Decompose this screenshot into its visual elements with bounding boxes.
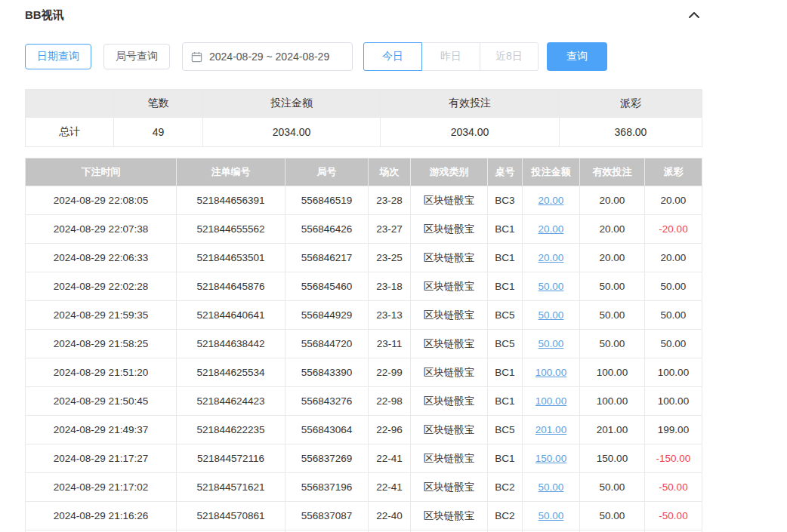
cell-game-type: 区块链骰宝	[411, 215, 488, 244]
cell-bet-amount: 20.00	[523, 215, 580, 244]
chevron-up-icon	[688, 11, 700, 20]
cell-valid-bet: 50.00	[580, 272, 645, 301]
summary-total-row: 总计 49 2034.00 2034.00 368.00	[26, 118, 702, 147]
cell-session: 22-96	[369, 416, 411, 444]
cell-payout: 50.00	[645, 301, 702, 330]
cell-session: 22-41	[369, 444, 411, 473]
cell-bet-amount: 50.00	[523, 301, 580, 330]
cell-payout: -20.00	[645, 215, 702, 244]
table-row: 2024-08-29 21:51:20521844625534556843390…	[26, 358, 702, 387]
cell-order-id: 521844656391	[177, 186, 285, 215]
bet-amount-link[interactable]: 20.00	[539, 195, 564, 206]
cell-bet-amount: 100.00	[523, 358, 580, 387]
cell-valid-bet: 50.00	[580, 502, 645, 530]
bet-amount-link[interactable]: 100.00	[535, 395, 566, 407]
calendar-icon	[191, 51, 202, 63]
bet-amount-link[interactable]: 20.00	[539, 223, 564, 235]
cell-order-id: 521844655562	[177, 215, 285, 244]
bb-video-panel: BB视讯 日期查询 局号查询 2024-08-29 ~ 2024-08-29 今…	[0, 0, 727, 532]
date-range-picker[interactable]: 2024-08-29 ~ 2024-08-29	[182, 42, 353, 71]
bet-table-header-row: 下注时间 注单编号 局号 场次 游戏类别 桌号 投注金额 有效投注 派彩	[26, 158, 702, 186]
cell-valid-bet: 20.00	[580, 244, 645, 272]
search-button[interactable]: 查询	[547, 42, 607, 71]
summary-total-payout: 368.00	[560, 118, 702, 147]
cell-table-no: BC3	[488, 186, 523, 215]
bet-amount-link[interactable]: 201.00	[535, 424, 566, 435]
cell-session: 23-28	[369, 186, 411, 215]
cell-valid-bet: 100.00	[580, 358, 645, 387]
bet-amount-link[interactable]: 50.00	[539, 510, 564, 521]
cell-session: 23-11	[369, 330, 411, 358]
bet-amount-link[interactable]: 100.00	[535, 367, 566, 378]
cell-bet-amount: 50.00	[523, 502, 580, 530]
cell-bet-amount: 50.00	[523, 330, 580, 358]
table-row: 2024-08-29 22:07:38521844655562556846426…	[26, 215, 702, 244]
cell-payout: 20.00	[645, 186, 702, 215]
cell-payout: 100.00	[645, 387, 702, 416]
cell-game-type: 区块链骰宝	[411, 330, 488, 358]
cell-payout: 100.00	[645, 358, 702, 387]
cell-game-type: 区块链骰宝	[411, 358, 488, 387]
panel-header: BB视讯	[25, 6, 702, 24]
cell-bet-time: 2024-08-29 22:08:05	[26, 186, 177, 215]
cell-valid-bet: 50.00	[580, 330, 645, 358]
cell-session: 22-99	[369, 358, 411, 387]
bet-amount-link[interactable]: 20.00	[539, 252, 564, 263]
cell-bet-amount: 20.00	[523, 244, 580, 272]
cell-payout: -50.00	[645, 473, 702, 502]
page-title: BB视讯	[25, 8, 64, 23]
cell-valid-bet: 50.00	[580, 473, 645, 502]
summary-total-count: 49	[114, 118, 203, 147]
cell-order-id: 521844624423	[177, 387, 285, 416]
cell-bet-time: 2024-08-29 21:16:26	[26, 502, 177, 530]
summary-header-valid-bet: 有效投注	[381, 90, 560, 118]
table-row: 2024-08-29 21:16:26521844570861556837087…	[26, 502, 702, 530]
cell-payout: -50.00	[645, 502, 702, 530]
table-row: 2024-08-29 21:49:37521844622235556843064…	[26, 416, 702, 444]
tab-round-query[interactable]: 局号查询	[103, 44, 170, 69]
table-row: 2024-08-29 21:58:25521844638442556844720…	[26, 330, 702, 358]
cell-valid-bet: 20.00	[580, 186, 645, 215]
collapse-panel-button[interactable]	[687, 9, 702, 21]
cell-round-id: 556845460	[285, 272, 369, 301]
summary-table: 笔数 投注金额 有效投注 派彩 总计 49 2034.00 2034.00 36…	[25, 89, 702, 147]
tab-date-query[interactable]: 日期查询	[25, 44, 91, 69]
cell-table-no: BC5	[488, 416, 523, 444]
cell-payout: 50.00	[645, 330, 702, 358]
cell-game-type: 区块链骰宝	[411, 186, 488, 215]
cell-session: 22-41	[369, 473, 411, 502]
bet-amount-link[interactable]: 50.00	[539, 481, 564, 493]
cell-order-id: 521844572116	[177, 444, 285, 473]
cell-order-id: 521844645876	[177, 272, 285, 301]
quick-btn-today[interactable]: 今日	[363, 42, 422, 71]
summary-header-payout: 派彩	[560, 90, 702, 118]
cell-game-type: 区块链骰宝	[411, 272, 488, 301]
cell-valid-bet: 150.00	[580, 444, 645, 473]
cell-round-id: 556837269	[285, 444, 369, 473]
cell-session: 22-98	[369, 387, 411, 416]
cell-order-id: 521844638442	[177, 330, 285, 358]
cell-game-type: 区块链骰宝	[411, 502, 488, 530]
quick-btn-last8days[interactable]: 近8日	[480, 42, 539, 71]
table-row: 2024-08-29 22:06:33521844653501556846217…	[26, 244, 702, 272]
cell-order-id: 521844570861	[177, 502, 285, 530]
cell-round-id: 556846426	[285, 215, 369, 244]
col-header-table-no: 桌号	[488, 158, 523, 186]
cell-round-id: 556844929	[285, 301, 369, 330]
cell-order-id: 521844640641	[177, 301, 285, 330]
summary-total-label: 总计	[26, 118, 114, 147]
quick-btn-yesterday[interactable]: 昨日	[421, 42, 480, 71]
summary-header-bet-amount: 投注金额	[203, 90, 381, 118]
bet-amount-link[interactable]: 50.00	[539, 309, 564, 321]
cell-bet-amount: 50.00	[523, 272, 580, 301]
summary-header-count: 笔数	[114, 90, 203, 118]
table-row: 2024-08-29 22:08:05521844656391556846519…	[26, 186, 702, 215]
cell-payout: 50.00	[645, 272, 702, 301]
col-header-session: 场次	[369, 158, 411, 186]
cell-payout: 20.00	[645, 244, 702, 272]
bet-amount-link[interactable]: 150.00	[535, 453, 566, 464]
bet-amount-link[interactable]: 50.00	[539, 338, 564, 349]
bet-amount-link[interactable]: 50.00	[539, 281, 564, 292]
cell-game-type: 区块链骰宝	[411, 244, 488, 272]
table-row: 2024-08-29 21:17:02521844571621556837196…	[26, 473, 702, 502]
